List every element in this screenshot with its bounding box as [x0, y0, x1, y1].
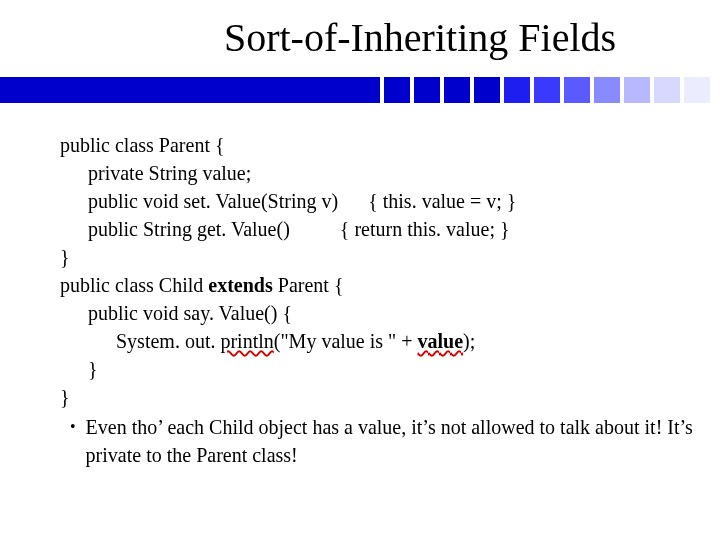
code-line-1: public class Parent {: [60, 131, 696, 159]
code-line-3a: public void set. Value(String v): [88, 190, 338, 212]
code-line-6a: public class Child: [60, 274, 208, 296]
square-6: [534, 77, 560, 103]
square-9: [624, 77, 650, 103]
code-line-3: public void set. Value(String v) { this.…: [60, 187, 696, 215]
code-line-8b-err: println: [220, 330, 273, 352]
square-11: [684, 77, 710, 103]
code-line-4: public String get. Value() { return this…: [60, 215, 696, 243]
code-line-8c: ("My value is " +: [274, 330, 418, 352]
square-5: [504, 77, 530, 103]
square-8: [594, 77, 620, 103]
code-line-6c: Parent {: [273, 274, 344, 296]
code-line-8e: );: [463, 330, 475, 352]
slide-content: public class Parent { private String val…: [0, 103, 720, 469]
square-4: [474, 77, 500, 103]
code-line-8d-err: value: [418, 330, 464, 352]
code-line-6: public class Child extends Parent {: [60, 271, 696, 299]
code-line-8: System. out. println("My value is " + va…: [60, 327, 696, 355]
bullet-text: Even tho’ each Child object has a value,…: [86, 413, 696, 469]
slide: Sort-of-Inheriting Fields public class P…: [0, 0, 720, 540]
solid-bar: [0, 77, 380, 103]
code-line-9: }: [60, 355, 696, 383]
code-line-4a: public String get. Value(): [88, 218, 290, 240]
square-1: [384, 77, 410, 103]
square-2: [414, 77, 440, 103]
square-3: [444, 77, 470, 103]
code-line-3b: { this. value = v; }: [368, 190, 516, 212]
slide-title: Sort-of-Inheriting Fields: [0, 0, 720, 71]
code-line-5: }: [60, 243, 696, 271]
code-line-4b: { return this. value; }: [340, 218, 510, 240]
square-10: [654, 77, 680, 103]
code-line-8a: System. out.: [116, 330, 220, 352]
decorative-bar: [0, 77, 720, 103]
code-line-2: private String value;: [60, 159, 696, 187]
code-line-7: public void say. Value() {: [60, 299, 696, 327]
code-line-10: }: [60, 383, 696, 411]
bullet-dot-icon: •: [70, 413, 76, 441]
extends-keyword: extends: [208, 274, 272, 296]
square-7: [564, 77, 590, 103]
gradient-squares: [384, 77, 710, 103]
bullet-item: • Even tho’ each Child object has a valu…: [60, 413, 696, 469]
